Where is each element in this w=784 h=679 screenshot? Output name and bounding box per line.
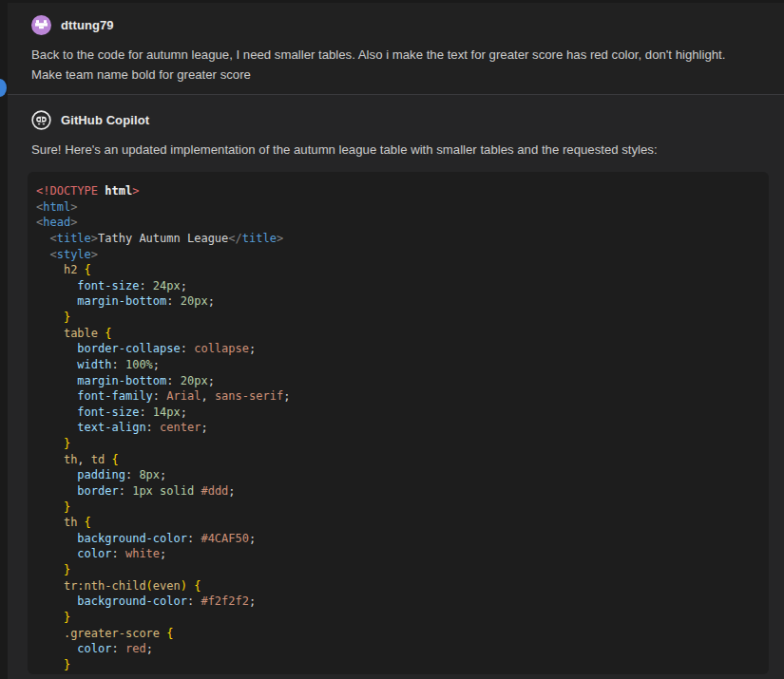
code-line: font-family: Arial, sans-serif; <box>36 388 759 405</box>
code-line: .greater-score { <box>36 626 759 642</box>
assistant-message-header: GitHub Copilot <box>31 109 761 130</box>
assistant-message-body: Sure! Here's an updated implementation o… <box>31 140 761 160</box>
code-line: width: 100%; <box>36 357 759 373</box>
chat-thread: dttung79 Back to the code for autumn lea… <box>8 0 784 679</box>
user-avatar <box>31 15 51 35</box>
code-line: table { <box>36 326 759 342</box>
code-line: } <box>36 436 759 452</box>
code-line: <html> <box>36 199 759 216</box>
code-line: <style> <box>36 247 759 263</box>
code-line: <!DOCTYPE html> <box>36 183 759 199</box>
code-line: padding: 8px; <box>36 467 759 483</box>
code-line: border: 1px solid #ddd; <box>36 483 759 500</box>
copilot-chat-panel: dttung79 Back to the code for autumn lea… <box>0 0 784 679</box>
code-line: text-align: center; <box>36 420 759 436</box>
code-line: margin-bottom: 20px; <box>36 293 759 310</box>
user-message: dttung79 Back to the code for autumn lea… <box>8 3 784 95</box>
code-line: <title>Tathy Autumn League</title> <box>36 231 759 247</box>
assistant-message: GitHub Copilot Sure! Here's an updated i… <box>8 95 784 676</box>
user-message-body: Back to the code for autumn league, I ne… <box>31 45 761 85</box>
code-line: margin-bottom: 20px; <box>36 373 759 389</box>
code-line: tr:nth-child(even) { <box>36 578 759 594</box>
code-line: } <box>36 562 759 578</box>
code-line: } <box>36 657 759 673</box>
code-line: background-color: #4CAF50; <box>36 531 759 547</box>
code-line: color: red; <box>36 641 759 657</box>
code-line: } <box>36 310 759 326</box>
assistant-name: GitHub Copilot <box>61 113 149 127</box>
scroll-position-indicator[interactable] <box>0 79 7 97</box>
code-line: h2 { <box>36 262 759 278</box>
code-line: font-size: 24px; <box>36 278 759 294</box>
user-message-line: Make team name bold for greater score <box>31 65 761 85</box>
code-line: background-color: #f2f2f2; <box>36 594 759 610</box>
code-line: border-collapse: collapse; <box>36 341 759 357</box>
code-block[interactable]: <!DOCTYPE html><html><head> <title>Tathy… <box>28 172 769 674</box>
code-line: th, td { <box>36 452 759 468</box>
username: dttung79 <box>61 18 114 32</box>
code-line: } <box>36 610 759 626</box>
left-rail <box>0 0 8 679</box>
code-line: th { <box>36 515 759 531</box>
code-line: color: white; <box>36 546 759 562</box>
code-line: font-size: 14px; <box>36 405 759 421</box>
user-message-header: dttung79 <box>31 14 761 35</box>
user-message-line: Back to the code for autumn league, I ne… <box>31 45 761 65</box>
code-line: } <box>36 500 759 516</box>
code-line: <head> <box>36 215 759 231</box>
assistant-intro-text: Sure! Here's an updated implementation o… <box>31 140 761 160</box>
copilot-avatar-icon <box>31 110 51 130</box>
